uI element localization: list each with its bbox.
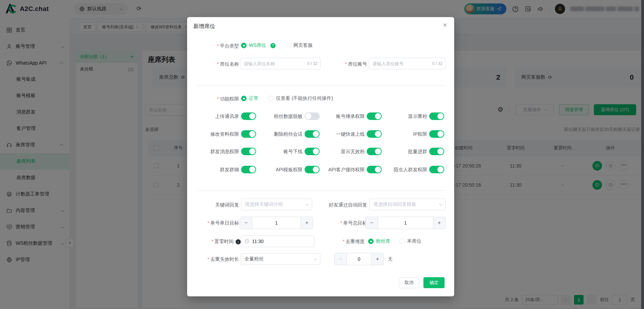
add-seat-modal: 新增席位 ✕ *平台类型 WS席位? 网页客服 *席位名称 0 / 32 *席位… [187, 17, 454, 296]
toggle-label: 修改资料权限 [188, 131, 239, 137]
dedupe-dimension-label: *去重维度 [313, 239, 365, 245]
decrease-button[interactable]: − [240, 217, 252, 229]
total-target-value[interactable]: 1 [378, 217, 433, 229]
total-target-label: *单号总目标 [316, 220, 367, 226]
radio-normal[interactable]: 正常 [241, 95, 258, 102]
toggle-label: 显示重粉 [376, 113, 427, 120]
toggle-batch-join-group[interactable] [429, 148, 444, 155]
increase-button[interactable]: + [371, 253, 383, 265]
help-icon[interactable]: ? [270, 43, 276, 48]
keyword-reply-select[interactable]: 请选择关键词分组 [241, 199, 312, 210]
zero-time-value: 11:30 [252, 239, 264, 244]
radio-ws-seat[interactable]: WS席位? [241, 42, 276, 49]
permission-label: *功能权限 [188, 96, 239, 102]
select-placeholder: 请选择自动回复模板 [373, 201, 416, 207]
modal-title: 新增席位 [193, 23, 215, 30]
radio-dot [399, 239, 405, 244]
daily-target-label: *单号单日目标 [188, 220, 239, 226]
chevron-down-icon [306, 202, 309, 206]
select-placeholder: 请选择关键词分组 [245, 201, 283, 207]
toggle-label: 一键快速上线 [313, 131, 365, 137]
close-icon[interactable]: ✕ [443, 22, 447, 28]
toggle-label: 陌生人群发权限 [376, 167, 427, 173]
radio-dot [241, 96, 247, 101]
zero-time-label: *置零时间 [188, 239, 234, 245]
toggle-label: 群发消息权限 [188, 149, 239, 155]
seat-account-input[interactable] [369, 58, 432, 69]
radio-dot [286, 43, 291, 48]
friend-auto-reply-label: 好友通过自动回复 [316, 202, 367, 208]
clock-icon [244, 239, 249, 244]
radio-dot [268, 96, 274, 101]
dedupe-days-value[interactable]: 0 [347, 253, 371, 265]
dedupe-expire-select[interactable]: 全量粉丝 [241, 253, 320, 265]
dedupe-expire-label: *去重失效时长 [188, 256, 239, 263]
char-counter: 0 / 32 [432, 61, 443, 66]
toggle-label: 账号继承权限 [313, 113, 365, 120]
section-divider [196, 190, 446, 191]
toggle-label: 删除粉丝会话 [251, 131, 303, 137]
info-icon[interactable]: i [236, 239, 241, 244]
total-target-stepper: − 1 + [365, 217, 446, 229]
confirm-label: 确定 [430, 280, 438, 286]
toggle-label: 群发群聊 [188, 167, 239, 173]
confirm-button[interactable]: 确定 [423, 277, 445, 288]
daily-target-value[interactable]: 1 [252, 217, 300, 229]
toggle-label: API模板权限 [251, 167, 303, 173]
seat-name-field: 0 / 32 [240, 58, 321, 69]
radio-view-only[interactable]: 仅查看 (不能执行任何操作) [268, 95, 333, 102]
toggle-label: IP权限 [376, 131, 427, 137]
chevron-down-icon [314, 257, 317, 260]
seat-account-field: 0 / 32 [369, 58, 446, 69]
cancel-button[interactable]: 取消 [399, 277, 419, 288]
toggle-label: 显示无效粉 [313, 149, 365, 155]
toggle-label: 批量进群 [376, 149, 427, 155]
section-divider [196, 85, 446, 86]
select-value: 全量粉丝 [244, 256, 264, 262]
radio-web-service[interactable]: 网页客服 [286, 42, 313, 49]
radio-this-seat[interactable]: 本席位 [399, 238, 421, 244]
radio-fan-library[interactable]: 粉丝库 [368, 238, 390, 244]
cancel-label: 取消 [405, 280, 414, 286]
toggle-ip-permission[interactable] [429, 130, 444, 138]
zero-time-input[interactable]: 11:30 [241, 236, 314, 247]
chevron-down-icon [439, 202, 443, 206]
increase-button[interactable]: + [300, 217, 313, 229]
friend-auto-reply-select[interactable]: 请选择自动回复模板 [369, 199, 446, 210]
decrease-button[interactable]: − [366, 217, 378, 229]
seat-account-label: *席位账号 [316, 61, 367, 67]
radio-dot [241, 43, 247, 48]
toggle-show-dup-fans[interactable] [429, 112, 444, 120]
radio-dot [368, 239, 374, 244]
days-unit: 天 [388, 256, 393, 263]
seat-name-label: *席位名称 [188, 61, 239, 67]
daily-target-stepper: − 1 + [240, 217, 313, 229]
toggle-stranger-broadcast[interactable] [429, 166, 444, 173]
platform-type-label: *平台类型 [188, 43, 239, 49]
seat-name-input[interactable] [240, 58, 307, 69]
decrease-button-disabled[interactable]: − [335, 253, 347, 265]
dedupe-days-stepper: − 0 + [334, 253, 384, 265]
keyword-reply-label: 关键词回复 [188, 202, 239, 208]
toggle-label: 上传通讯录 [188, 113, 239, 120]
toggle-label: API客户接待权限 [313, 167, 365, 173]
toggle-label: 账号下线 [251, 149, 303, 155]
increase-button[interactable]: + [433, 217, 445, 229]
toggle-label: 粉丝数据脱敏 [251, 113, 303, 120]
